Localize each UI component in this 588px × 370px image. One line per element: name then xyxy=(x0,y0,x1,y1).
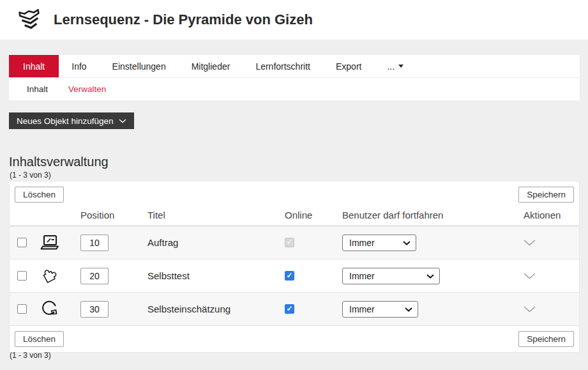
range-info-top: (1 - 3 von 3) xyxy=(10,171,51,180)
row-select-checkbox[interactable] xyxy=(17,304,27,314)
tab-inhalt[interactable]: Inhalt xyxy=(9,55,59,77)
row-select-checkbox[interactable] xyxy=(17,271,27,281)
tab-label: Mitglieder xyxy=(192,61,230,72)
delete-button[interactable]: Löschen xyxy=(15,187,64,203)
add-object-button[interactable]: Neues Objekt hinzufügen xyxy=(9,112,134,129)
add-object-label: Neues Objekt hinzufügen xyxy=(17,116,114,126)
table-toolbar-bottom: Löschen Speichern xyxy=(10,325,579,352)
row-title: Selbsttest xyxy=(141,270,279,281)
row-actions-chevron-icon[interactable] xyxy=(524,273,536,279)
proceed-select[interactable]: Immer xyxy=(342,268,440,284)
column-header-position: Position xyxy=(64,210,141,220)
row-title: Auftrag xyxy=(141,237,279,248)
save-button[interactable]: Speichern xyxy=(518,331,574,347)
tab-more-dropdown[interactable]: ... xyxy=(374,55,416,77)
tab-label: Info xyxy=(72,61,86,72)
subtab-verwalten[interactable]: Verwalten xyxy=(68,84,106,94)
column-header-actions: Aktionen xyxy=(509,210,579,220)
content-table-panel: Löschen Speichern Position Titel Online … xyxy=(9,181,580,353)
section-heading: Inhaltsverwaltung xyxy=(9,155,109,169)
position-input[interactable] xyxy=(80,268,109,284)
learning-sequence-icon xyxy=(17,6,43,34)
tab-label: Export xyxy=(336,61,361,72)
proceed-select[interactable]: Immer xyxy=(342,235,416,251)
column-header-online: Online xyxy=(279,210,336,220)
table-toolbar-top: Löschen Speichern xyxy=(10,181,579,208)
page-title: Lernsequenz - Die Pyramide von Gizeh xyxy=(54,12,313,28)
online-checkbox[interactable] xyxy=(285,304,294,314)
tab-bar: Inhalt Info Einstellungen Mitglieder Ler… xyxy=(9,55,580,77)
tab-lernfortschritt[interactable]: Lernfortschritt xyxy=(243,55,323,77)
tab-mitglieder[interactable]: Mitglieder xyxy=(179,55,243,77)
tab-label: ... xyxy=(387,61,395,72)
caret-down-icon xyxy=(398,65,403,68)
subtab-bar: Inhalt Verwalten xyxy=(9,77,580,100)
row-actions-chevron-icon[interactable] xyxy=(524,240,536,246)
range-info-bottom: (1 - 3 von 3) xyxy=(10,351,51,360)
page-header: Lernsequenz - Die Pyramide von Gizeh xyxy=(0,0,588,40)
tab-label: Inhalt xyxy=(23,61,45,72)
online-checkbox[interactable] xyxy=(285,271,294,281)
survey-icon xyxy=(35,300,64,318)
row-actions-chevron-icon[interactable] xyxy=(524,306,536,312)
online-checkbox xyxy=(285,238,294,247)
column-header-proceed: Benutzer darf fortfahren xyxy=(336,210,509,220)
row-title: Selbsteinschätzung xyxy=(141,304,279,314)
table-header-row: Position Titel Online Benutzer darf fort… xyxy=(10,208,579,226)
save-button[interactable]: Speichern xyxy=(518,187,574,203)
row-select-checkbox[interactable] xyxy=(17,238,27,247)
subtab-inhalt[interactable]: Inhalt xyxy=(27,84,48,94)
position-input[interactable] xyxy=(80,301,109,318)
proceed-select[interactable]: Immer xyxy=(342,301,418,318)
table-row: Auftrag Immer xyxy=(10,226,579,259)
tab-export[interactable]: Export xyxy=(323,55,374,77)
exercise-icon xyxy=(35,234,64,251)
tab-label: Einstellungen xyxy=(112,61,166,72)
column-header-title: Titel xyxy=(141,210,279,220)
table-row: Selbsteinschätzung Immer xyxy=(10,292,579,325)
delete-button[interactable]: Löschen xyxy=(15,331,64,347)
test-icon xyxy=(35,266,64,286)
table-row: Selbsttest Immer xyxy=(10,259,579,292)
tab-info[interactable]: Info xyxy=(59,55,99,77)
tab-label: Lernfortschritt xyxy=(255,61,310,72)
tab-einstellungen[interactable]: Einstellungen xyxy=(100,55,179,77)
position-input[interactable] xyxy=(80,235,109,251)
chevron-down-icon xyxy=(119,119,126,123)
